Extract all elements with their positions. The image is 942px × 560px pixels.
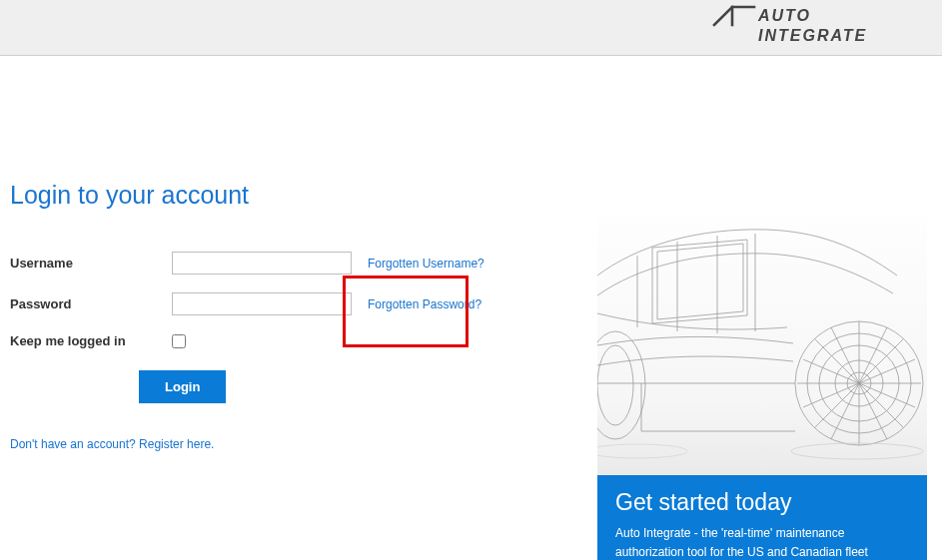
svg-text:AUTO: AUTO <box>757 7 811 24</box>
password-row: Password Forgotten Password? <box>10 292 554 315</box>
svg-point-17 <box>791 443 923 459</box>
keep-logged-label: Keep me logged in <box>10 333 172 348</box>
keep-logged-checkbox[interactable] <box>172 334 186 348</box>
forgot-username-link[interactable]: Forgotten Username? <box>368 257 484 271</box>
keep-logged-row: Keep me logged in <box>10 333 554 348</box>
cta-box: Get started today Auto Integrate - the '… <box>597 475 927 560</box>
svg-point-16 <box>597 345 633 425</box>
password-input[interactable] <box>172 292 352 315</box>
promo-panel: Get started today Auto Integrate - the '… <box>597 56 927 560</box>
cta-body: Auto Integrate - the 'real-time' mainten… <box>615 524 909 560</box>
page-body: Login to your account Username Forgotten… <box>0 56 942 560</box>
username-input[interactable] <box>172 252 352 275</box>
svg-point-18 <box>597 444 687 458</box>
username-label: Username <box>10 256 172 271</box>
login-panel: Login to your account Username Forgotten… <box>0 56 554 560</box>
password-label: Password <box>10 296 172 311</box>
username-row: Username Forgotten Username? <box>10 252 554 275</box>
hero-car-image <box>597 216 927 475</box>
brand-logo: AUTO INTEGRATE <box>708 4 932 51</box>
login-heading: Login to your account <box>10 181 554 210</box>
register-link[interactable]: Don't have an account? Register here. <box>10 437 214 451</box>
login-button[interactable]: Login <box>139 370 226 403</box>
cta-title: Get started today <box>615 489 909 516</box>
forgot-password-link[interactable]: Forgotten Password? <box>368 297 481 311</box>
top-bar: AUTO INTEGRATE <box>0 0 942 56</box>
svg-text:INTEGRATE: INTEGRATE <box>758 27 867 44</box>
